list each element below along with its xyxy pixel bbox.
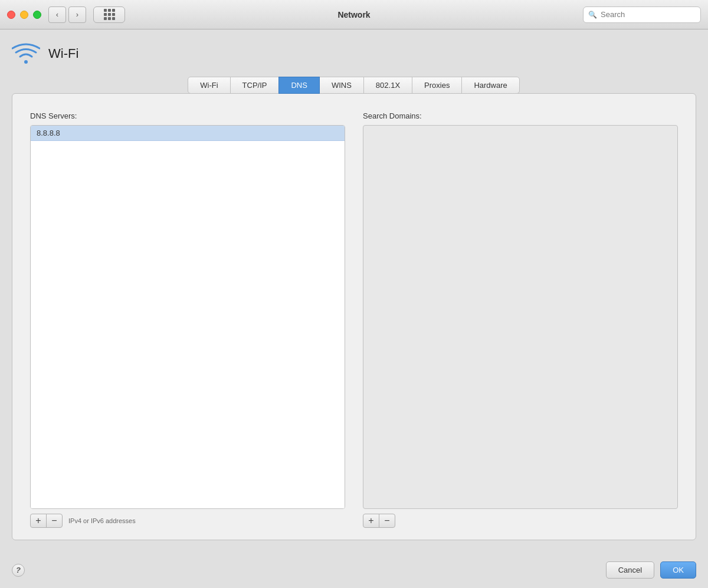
wifi-header: Wi-Fi	[12, 41, 696, 66]
dns-hint: IPv4 or IPv6 addresses	[68, 517, 136, 524]
dns-servers-empty-area[interactable]	[31, 141, 345, 508]
tab-wifi[interactable]: Wi-Fi	[188, 77, 230, 94]
dns-remove-button[interactable]: −	[46, 514, 63, 528]
search-domains-column: Search Domains: + −	[363, 111, 678, 528]
tab-8021x[interactable]: 802.1X	[363, 77, 412, 94]
search-box[interactable]: 🔍	[583, 6, 701, 23]
wifi-icon	[12, 41, 40, 66]
dns-servers-list[interactable]: 8.8.8.8	[30, 125, 345, 509]
svg-point-0	[24, 60, 28, 64]
nav-buttons: ‹ ›	[48, 6, 86, 23]
ok-button[interactable]: OK	[660, 561, 696, 579]
dns-servers-column: DNS Servers: 8.8.8.8 + − IPv4 or IPv6 ad…	[30, 111, 345, 528]
close-button[interactable]	[7, 11, 15, 19]
tabs-container: Wi-Fi TCP/IP DNS WINS 802.1X Proxies Har…	[12, 77, 696, 94]
domains-add-button[interactable]: +	[363, 514, 379, 528]
tab-proxies[interactable]: Proxies	[412, 77, 462, 94]
traffic-lights	[7, 11, 41, 19]
minimize-button[interactable]	[20, 11, 28, 19]
columns: DNS Servers: 8.8.8.8 + − IPv4 or IPv6 ad…	[30, 111, 678, 528]
bottom-row: ? Cancel OK	[0, 552, 708, 588]
domains-remove-button[interactable]: −	[379, 514, 395, 528]
grid-icon	[104, 9, 115, 20]
back-button[interactable]: ‹	[48, 6, 66, 23]
wifi-title: Wi-Fi	[48, 46, 78, 61]
search-domains-label: Search Domains:	[363, 111, 678, 120]
cancel-button[interactable]: Cancel	[606, 561, 654, 579]
dns-add-button[interactable]: +	[30, 514, 47, 528]
window-title: Network	[337, 10, 370, 19]
tab-wins[interactable]: WINS	[319, 77, 364, 94]
search-input[interactable]	[601, 10, 696, 19]
tab-hardware[interactable]: Hardware	[461, 77, 519, 94]
main-content: Wi-Fi Wi-Fi TCP/IP DNS WINS 802.1X Proxi…	[0, 29, 708, 552]
dns-servers-label: DNS Servers:	[30, 111, 345, 120]
forward-button[interactable]: ›	[68, 6, 86, 23]
dns-server-entry[interactable]: 8.8.8.8	[31, 126, 345, 141]
dns-panel: DNS Servers: 8.8.8.8 + − IPv4 or IPv6 ad…	[12, 93, 696, 540]
search-domains-list[interactable]	[363, 125, 678, 509]
titlebar: ‹ › Network 🔍	[0, 0, 708, 29]
tab-dns[interactable]: DNS	[278, 77, 319, 94]
search-domains-controls: + −	[363, 514, 678, 528]
dns-servers-controls: + − IPv4 or IPv6 addresses	[30, 514, 345, 528]
tab-tcpip[interactable]: TCP/IP	[230, 77, 280, 94]
maximize-button[interactable]	[33, 11, 41, 19]
search-icon: 🔍	[588, 11, 597, 19]
grid-button[interactable]	[93, 6, 125, 23]
help-button[interactable]: ?	[12, 564, 25, 577]
